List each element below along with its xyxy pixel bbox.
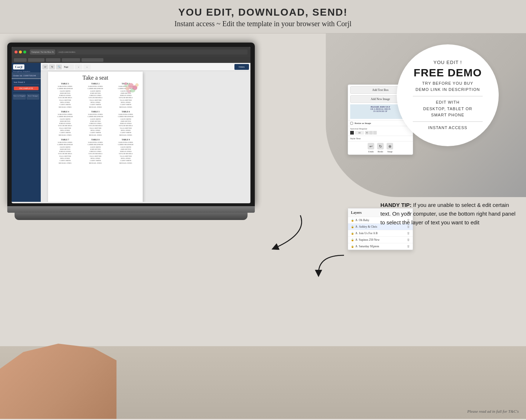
svg-point-4 bbox=[130, 89, 135, 92]
color-picker[interactable] bbox=[350, 131, 354, 135]
close-dot[interactable] bbox=[15, 51, 17, 53]
layer-item[interactable]: 🔒 A Saturday SEptem 🗑 bbox=[348, 243, 413, 250]
layer-item[interactable]: 🔒 A Supinos 250 New 🗑 bbox=[348, 237, 413, 243]
free-demo-badge: YOU EDIT ! FREE DEMO TRY BEFORE YOU BUY … bbox=[397, 44, 499, 146]
layer-type-label: A bbox=[355, 219, 357, 222]
align-left-btn[interactable]: ≡ bbox=[365, 131, 369, 135]
table-name-label: TABLE 5 bbox=[81, 111, 109, 113]
resize-checkbox[interactable] bbox=[350, 122, 353, 125]
table-name-label: TABLE 7 bbox=[51, 139, 79, 141]
editor-sidebar: Corjl NocragParty Templates Order Id: 15… bbox=[12, 63, 41, 202]
table-name-label: TABLE 9 bbox=[112, 139, 140, 141]
sidebar-status-row: INCOMPLETE bbox=[13, 85, 39, 92]
table-name-label: TABLE 8 bbox=[81, 139, 109, 141]
table-name-label: TABLE 4 bbox=[51, 111, 79, 113]
undo-icon: ↩ bbox=[368, 143, 374, 149]
browser-tab-active[interactable]: Tamplate: Tur the Brac Edi... bbox=[30, 49, 55, 55]
table-name-label: TABLE 6 bbox=[112, 111, 140, 113]
redo-tool[interactable]: ↻ Redo bbox=[377, 143, 384, 153]
text-align-btns: ≡ bbox=[365, 131, 377, 135]
main-area: Tamplate: Tur the Brac Edi... corjl.com/… bbox=[0, 33, 526, 419]
table-block: TABLE 7SAMANTHA JONES CARRIE BRADSHAW JA… bbox=[51, 139, 79, 164]
layer-type-label: A bbox=[355, 238, 357, 241]
badge-instant-access: INSTANT ACCESS bbox=[428, 125, 467, 131]
browser-chrome: Tamplate: Tur the Brac Edi... corjl.com/… bbox=[12, 47, 250, 57]
layer-type-label: A bbox=[355, 245, 357, 248]
layer-delete-icon[interactable]: 🗑 bbox=[407, 245, 410, 248]
sidebar-item-1[interactable]: best friend 4 bbox=[13, 80, 39, 85]
table-block: TABLE 9SAMANTHA JONES CARRIE BRADSHAW JA… bbox=[112, 139, 140, 164]
right-content-area: YOU EDIT ! FREE DEMO TRY BEFORE YOU BUY … bbox=[384, 44, 511, 146]
table-guests-list: SAMANTHA JONES CARRIE BRADSHAW JASON SMI… bbox=[112, 113, 140, 136]
orders-btn[interactable]: Orders bbox=[234, 64, 249, 70]
bookmark-5[interactable] bbox=[82, 58, 103, 62]
table-block: TABLE 4SAMANTHA JONES CARRIE BRADSHAW JA… bbox=[51, 111, 79, 136]
undo-tool[interactable]: ↩ Undo bbox=[368, 143, 374, 153]
arrow-to-layers bbox=[315, 252, 351, 281]
bookmark-1[interactable] bbox=[14, 58, 27, 62]
table-name-label: TABLE 2 bbox=[81, 83, 109, 85]
table-block: TABLE 1SAMANTHA JONES CARRIE BRADSHAW JA… bbox=[51, 83, 79, 108]
table-block: TABLE 5SAMANTHA JONES CARRIE BRADSHAW JA… bbox=[81, 111, 109, 136]
floral-decoration bbox=[117, 79, 145, 103]
font-size-input[interactable]: 11 bbox=[355, 131, 364, 135]
layer-name-label: Join Us For A B bbox=[359, 232, 406, 235]
table-block: TABLE 2SAMANTHA JONES CARRIE BRADSHAW JA… bbox=[81, 83, 109, 108]
banner-title: YOU EDIT, DOWNLOAD, SEND! bbox=[0, 7, 526, 18]
save-changes-btn[interactable]: Save Changes bbox=[27, 94, 39, 100]
bookmark-4[interactable] bbox=[62, 58, 80, 62]
svg-point-1 bbox=[126, 86, 130, 90]
bookmark-bar bbox=[12, 57, 250, 63]
seating-chart-document: Take a seat TABLE 1SAMANTHA JONES CARRIE… bbox=[48, 72, 143, 202]
layer-item[interactable]: 🔒 A Join Us For A B 🗑 bbox=[348, 230, 413, 237]
align-center-btn[interactable] bbox=[369, 131, 373, 135]
page-prev[interactable]: ‹ bbox=[75, 64, 82, 69]
table-guests-list: SAMANTHA JONES CARRIE BRADSHAW JASON SMI… bbox=[51, 141, 79, 164]
layer-type-label: A bbox=[355, 232, 357, 235]
bookmark-3[interactable] bbox=[46, 58, 60, 62]
editor-canvas-area: ↩ ↻ 🔍 Page ‹ › Orders bbox=[41, 63, 250, 202]
banner-subtitle: Instant access ~ Edit the template in yo… bbox=[0, 20, 526, 28]
toolbar-btn-2[interactable]: ↻ bbox=[49, 64, 55, 69]
laptop-hinge bbox=[7, 206, 255, 213]
layer-lock-icon: 🔒 bbox=[351, 219, 354, 222]
table-name-label: TABLE 1 bbox=[51, 83, 79, 85]
redo-icon: ↻ bbox=[377, 143, 384, 149]
layer-name-label: Supinos 250 New bbox=[359, 238, 406, 241]
table-guests-list: SAMANTHA JONES CARRIE BRADSHAW JASON SMI… bbox=[81, 113, 109, 136]
table-guests-list: SAMANTHA JONES CARRIE BRADSHAW JASON SMI… bbox=[81, 141, 109, 164]
laptop-base bbox=[15, 213, 248, 220]
order-id-bar: Order Id: 1509758194 bbox=[12, 72, 41, 79]
address-bar[interactable]: corjl.com/orders bbox=[56, 49, 248, 55]
table-block: TABLE 6SAMANTHA JONES CARRIE BRADSHAW JA… bbox=[112, 111, 140, 136]
screen-bezel: Tamplate: Tur the Brac Edi... corjl.com/… bbox=[7, 43, 255, 206]
save-original-btn[interactable]: Save to Original bbox=[13, 94, 26, 100]
minimize-dot[interactable] bbox=[19, 51, 22, 53]
toolbar-btn-1[interactable]: ↩ bbox=[42, 64, 48, 69]
badge-divider-1 bbox=[413, 96, 483, 96]
bookmark-2[interactable] bbox=[28, 58, 44, 62]
sidebar-controls: Save to Original Save Changes bbox=[13, 94, 39, 100]
align-right-btn[interactable] bbox=[373, 131, 377, 135]
badge-edit-with-label: EDIT WITH DESKTOP, TABLET OR SMART PHONE bbox=[423, 99, 472, 119]
handy-tip-label: HANDY TIP: bbox=[380, 202, 412, 208]
arrow-to-tip bbox=[264, 212, 308, 255]
laptop-mockup: Tamplate: Tur the Brac Edi... corjl.com/… bbox=[7, 43, 255, 220]
layer-name-label: Saturday SEptem bbox=[359, 245, 406, 248]
editor-toolbar: ↩ ↻ 🔍 Page ‹ › Orders bbox=[41, 63, 250, 71]
layer-delete-icon[interactable]: 🗑 bbox=[407, 232, 410, 235]
table-guests-list: SAMANTHA JONES CARRIE BRADSHAW JASON SMI… bbox=[51, 85, 79, 108]
layer-delete-icon[interactable]: 🗑 bbox=[407, 238, 410, 241]
maximize-dot[interactable] bbox=[23, 51, 26, 53]
editor-area: Corjl NocragParty Templates Order Id: 15… bbox=[12, 63, 250, 202]
page-next[interactable]: › bbox=[83, 64, 91, 69]
terms-text: Please read ad in full for T&C's bbox=[467, 409, 519, 413]
page-input[interactable]: Page bbox=[63, 64, 74, 69]
toolbar-btn-3[interactable]: 🔍 bbox=[56, 64, 62, 69]
svg-point-6 bbox=[135, 83, 139, 87]
layer-lock-icon: 🔒 bbox=[351, 225, 354, 228]
layer-lock-icon: 🔒 bbox=[351, 239, 354, 241]
layer-lock-icon: 🔒 bbox=[351, 232, 354, 235]
svg-point-7 bbox=[124, 82, 127, 85]
badge-you-edit-label: YOU EDIT ! bbox=[434, 60, 462, 65]
